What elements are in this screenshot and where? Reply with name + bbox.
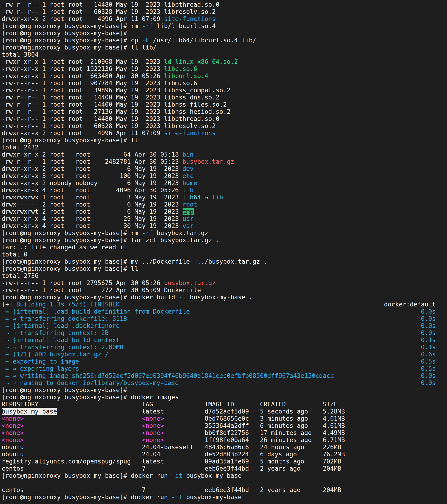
terminal-line: ⇒ exporting to image0.5s — [2, 358, 447, 365]
terminal-line: [root@nginxproxy busybox-my-base]# ll — [2, 137, 447, 144]
text-segment: 0.5s — [421, 358, 436, 365]
text-segment: total 2736 — [2, 272, 39, 279]
terminal-line: ⇒ [internal] load build definition from … — [2, 308, 447, 315]
text-segment: tar: .: file changed as we read it — [2, 244, 127, 251]
terminal-line: ⇒ ⇒ transferring context: 2B0.0s — [2, 329, 447, 336]
text-segment: site-functions — [164, 15, 215, 22]
text-segment: ⇒ [1/1] ADD busybox.tar.gz / — [2, 351, 109, 358]
terminal-line: -rw-r--r-- 1 root root 14480 May 19 2023… — [2, 115, 447, 122]
text-segment: -L — [142, 36, 149, 44]
right-aligned-text: 0.5s — [421, 358, 436, 365]
text-segment: [root@nginxproxy busybox-my-base]# ll — [2, 137, 138, 144]
terminal-line: -rw-r--r-- 1 root root 272 Apr 30 05:09 … — [2, 287, 447, 294]
text-segment: busybox.tar.gz — [164, 279, 215, 287]
terminal-line: [root@nginxproxy busybox-my-base]# docke… — [2, 294, 447, 301]
terminal-line: -rwxr-xr-x 1 root root 663480 Apr 30 05:… — [2, 72, 447, 79]
right-aligned-text: 0.0s — [421, 315, 436, 322]
terminal-line: -rw-r--r-- 1 root root 907784 May 19 202… — [2, 79, 447, 87]
terminal-line: total 3804 — [2, 51, 447, 58]
text-segment: -it — [172, 472, 183, 479]
text-segment — [24, 422, 142, 429]
terminal-line: REPOSITORY TAG IMAGE ID CREATED SIZE — [2, 401, 447, 408]
text-segment: [root@nginxproxy busybox-my-base]# — [2, 386, 127, 394]
terminal-line: drwxr-xr-x 2 root root 4096 Apr 11 07:09… — [2, 129, 447, 137]
text-segment: <none> — [2, 415, 24, 422]
text-segment: [root@nginxproxy busybox-my-base]# cp — [2, 36, 142, 44]
terminal-line: drwxr-xr-x 2 root root 6 May 19 2023 dev — [2, 165, 447, 172]
text-segment: lib/libcurl.so.4 — [153, 22, 215, 30]
text-segment: drwxr-xr-x 4 root root 29 May 19 2023 — [2, 215, 183, 222]
text-segment: [root@nginxproxy busybox-my-base]# rm — [2, 229, 142, 236]
text-segment: 0.6s — [421, 351, 436, 358]
text-segment: [root@nginxproxy busybox-my-base]# docke… — [2, 394, 179, 401]
terminal-line: -rw-r--r-- 1 root root 60328 May 19 2023… — [2, 122, 447, 129]
text-segment: [root@nginxproxy busybox-my-base]# docke… — [2, 493, 172, 501]
text-segment: ubuntu 24.04-baseself 48436c6a86c6 24 ho… — [2, 443, 341, 450]
terminal-line: -rw-r--r-- 1 root root 60328 May 19 2023… — [2, 8, 447, 15]
text-segment: [root@nginxproxy busybox-my-base]# rm — [2, 22, 142, 30]
text-segment: etc — [183, 172, 194, 179]
text-segment: -rf — [142, 229, 153, 236]
text-segment: -rw-r--r-- 1 root root 39896 May 19 2023… — [2, 87, 231, 94]
text-segment: drwxr-xr-x 4 root root 30 May 19 2023 — [2, 222, 183, 229]
terminal-line: ⇒ ⇒ exporting layers0.5s — [2, 365, 447, 372]
text-segment: → — [201, 194, 212, 201]
text-segment: drwxr-xr-x 2 root root 4096 Apr 11 07:09 — [2, 15, 164, 22]
text-segment: ⇒ [internal] load build context — [2, 336, 120, 343]
terminal-line — [2, 501, 447, 504]
text-segment: [root@nginxproxy busybox-my-base]# docke… — [2, 472, 172, 479]
text-segment: 0.0s — [421, 308, 436, 315]
text-segment: 0.0s — [421, 322, 436, 329]
text-segment: -it — [172, 493, 183, 501]
terminal-line: drwxr-xr-x 2 root root 64 Apr 30 05:18 b… — [2, 151, 447, 158]
text-segment: busybox.tar.gz — [183, 158, 234, 165]
right-aligned-text: 0.0s — [421, 329, 436, 336]
right-aligned-text: 0.1s — [421, 336, 436, 343]
terminal-line: registry.aliyuncs.com/openspug/spug late… — [2, 458, 447, 465]
text-segment: <none> — [2, 422, 24, 429]
terminal-line: -rw-r--r-- 1 root root 14400 May 19 2023… — [2, 94, 447, 101]
text-segment: [root@nginxproxy busybox-my-base]# ll — [2, 265, 138, 272]
text-segment: [root@nginxproxy busybox-my-base]# docke… — [2, 294, 179, 301]
text-segment: -rw-r--r-- 1 root root 2795675 Apr 30 05… — [2, 279, 164, 287]
text-segment: busybox-my-base — [2, 408, 57, 415]
terminal-line: total 2432 — [2, 144, 447, 151]
text-segment: busybox-my-base . — [186, 294, 253, 301]
terminal-line: -rw-r--r-- 1 root root 2795675 Apr 30 05… — [2, 279, 447, 287]
text-segment: -rw-r--r-- 1 root root 14400 May 19 2023… — [2, 94, 219, 101]
text-segment: 0.1s — [421, 336, 436, 343]
text-segment: drwxr-xr-x 3 root root 100 May 19 2023 — [2, 172, 183, 179]
terminal-line: -rw-r--r-- 1 root root 2482781 Apr 30 05… — [2, 158, 447, 165]
text-segment: drwxr-xr-x 2 root root 64 Apr 30 05:18 — [2, 151, 183, 158]
text-segment: centos 7 eeb6ee3f44bd 2 years ago 204MB — [2, 486, 341, 493]
text-segment: ubuntu 24.04 de52d803b224 6 days ago 76.… — [2, 450, 345, 458]
text-segment — [24, 429, 142, 436]
terminal-line: drwxr-xr-x 4 root root 30 May 19 2023 va… — [2, 222, 447, 229]
text-segment: ⇒ ⇒ transferring context: 2.80MB — [2, 343, 123, 351]
terminal-line: [root@nginxproxy busybox-my-base]# ll — [2, 265, 447, 272]
text-segment: 0.5s — [421, 365, 436, 372]
terminal-screen[interactable]: -rw-r--r-- 1 root root 14480 May 19 2023… — [0, 0, 447, 504]
text-segment: libcurl.so.4 — [164, 72, 208, 79]
text-segment: drwxr-xr-x 2 root root 4096 Apr 11 07:09 — [2, 129, 164, 137]
right-aligned-text: 0.0s — [421, 372, 436, 379]
terminal-line: ⇒ [internal] load build context0.1s — [2, 336, 447, 343]
terminal-line: drwxr-xr-x 4 root root 4096 Apr 30 05:26… — [2, 186, 447, 194]
right-aligned-text: 0.0s — [421, 308, 436, 315]
terminal-line: -rw-r--r-- 1 root root 14480 May 19 2023… — [2, 1, 447, 8]
text-segment: drwxr-xr-x 2 nobody nobody 6 May 19 2023 — [2, 179, 183, 186]
text-segment: centos 7 eeb6ee3f44bd 2 years ago 204MB — [2, 465, 341, 472]
text-segment: libc.so.6 — [164, 65, 197, 72]
terminal-line: ⇒ ⇒ transferring dockerfile: 311B0.0s — [2, 315, 447, 322]
terminal-line: tar: .: file changed as we read it — [2, 244, 447, 251]
text-segment: home — [183, 179, 197, 186]
text-segment: -rw-r--r-- 1 root root 272 Apr 30 05:09 … — [2, 287, 201, 294]
text-segment: var — [183, 222, 194, 229]
terminal-line: [root@nginxproxy busybox-my-base]# rm -r… — [2, 229, 447, 236]
terminal-line: <none> <none> 8ed768656e0c 3 minutes ago… — [2, 415, 447, 422]
text-segment: ⇒ ⇒ transferring context: 2B — [2, 329, 109, 336]
terminal-line: ⇒ [1/1] ADD busybox.tar.gz /0.6s — [2, 351, 447, 358]
text-segment: /usr/lib64/libcurl.so.4 lib/ — [149, 36, 256, 44]
text-segment: total 3804 — [2, 51, 39, 58]
text-segment: -rw-r--r-- 1 root root 14480 May 19 2023… — [2, 1, 219, 8]
